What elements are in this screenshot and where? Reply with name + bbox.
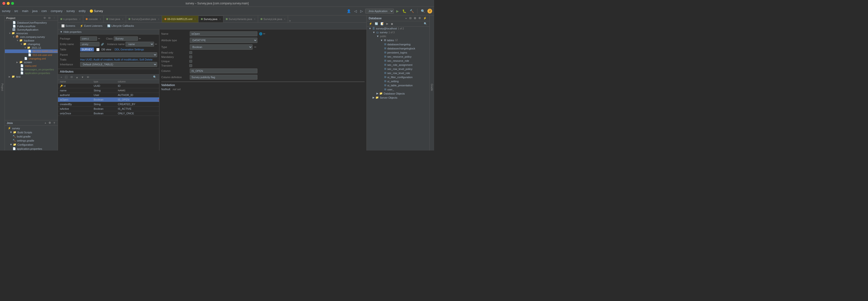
more-tabs-icon[interactable]: » [288,19,292,23]
tree-item-full-access[interactable]: 📄 FullAccessRole [5,24,58,28]
tab-close-icon[interactable]: × [194,18,196,21]
readonly-checkbox[interactable] [189,51,192,54]
tree-item-menu[interactable]: 📄 menu.xml [5,64,58,68]
sidebar-options-icon[interactable]: ⋮ [52,16,56,20]
hide-properties-btn[interactable]: ▼ Hide properties [58,29,159,34]
tree-item-screen[interactable]: ▶ 📁 screen [5,60,58,64]
db-table-ui-setting[interactable]: ⊞ ui_setting [367,79,429,83]
attr-row-onlyonce[interactable]: onlyOnce Boolean ONLY_ONCE [58,111,159,116]
tab-close-icon[interactable]: × [122,18,124,21]
db-table-sec-role-assignment[interactable]: ⊞ sec_role_assignment [367,63,429,67]
tree-item-com-company[interactable]: ▼ 📦 com.company.survey [5,35,58,39]
tab-survey-link[interactable]: SurveyLink.java × [258,16,288,23]
bc-com[interactable]: com [41,9,47,13]
tab-n-properties[interactable]: n.properties × [58,16,83,23]
tree-item-db-user-repo[interactable]: 📄 DatabaseUserRepository [5,21,58,24]
bc-survey[interactable]: survey [2,9,10,13]
tree-item-app-props[interactable]: 📄 application.properties [5,71,58,75]
db-format-icon[interactable]: ⊟ [408,16,412,20]
db-table-user[interactable]: ⊞ user_ [367,87,429,91]
db-table-ui-table-presentation[interactable]: ⊞ ui_table_presentation [367,83,429,87]
type-edit-icon[interactable]: ✏ [254,45,256,48]
move-down-btn[interactable]: ▼ [81,75,85,79]
db-search-icon[interactable]: 🔍 [423,22,428,26]
db-table-databasechangeloglock[interactable]: ⊞ databasechangeloglock [367,46,429,51]
db-connect-icon[interactable]: ⚡ [368,22,373,26]
db-add-icon[interactable]: + [405,16,408,20]
attr-row-createdby[interactable]: createdBy String CREATED_BY [58,102,159,107]
attr-row-id[interactable]: 🔑id UUID ID [58,84,159,88]
entity-name-input[interactable] [80,42,99,46]
tree-item-test[interactable]: ▶ 📁 test [5,75,58,78]
db-schema-survey[interactable]: ▼ 🗂 survey 1 of 3 [367,30,429,34]
db-table-persistent-logins[interactable]: ⊞ persistent_logins [367,51,429,55]
db-public[interactable]: ▼ public [367,34,429,38]
tab-survey-variants[interactable]: SurveyVariants.java × [223,16,258,23]
tree-item-messages[interactable]: 📄 messages_en.properties [5,68,58,71]
parent-combo[interactable] [80,52,157,57]
name-input[interactable] [190,31,257,36]
tree-item-changelog[interactable]: ▼ 📁 changelog [5,42,58,46]
transient-checkbox[interactable] [189,64,192,67]
copy-attr-btn[interactable]: ⿴ [64,75,68,79]
jmix-configuration[interactable]: ▼ 📁 Configuration [5,142,58,147]
tab-close-icon[interactable]: × [79,18,81,21]
view-btn[interactable]: 👁 [86,75,90,79]
instance-name-combo[interactable]: name [126,42,154,46]
db-connection[interactable]: ▼ 🗄 survey@localhost 1 of 2 [367,27,429,30]
class-edit-icon[interactable]: ✏ [139,37,141,40]
inheritance-combo[interactable]: Default (SINGLE_TABLE) [80,62,157,67]
db-collapse-icon[interactable]: ⊞ [413,16,417,20]
db-refresh-icon[interactable]: 🔄 [374,22,379,26]
run-config-combo[interactable]: Jmix Application [365,9,394,13]
jmix-settings-icon[interactable]: ⚙ [48,121,52,125]
column-input[interactable] [190,68,257,73]
instance-edit-icon[interactable]: ✏ [155,43,157,46]
attr-row-name[interactable]: name String NAME [58,88,159,93]
db-table-sec-row-level-role[interactable]: ⊞ sec_row_level_role [367,71,429,75]
traits-link[interactable]: Has UUID, Audit of creation, Audit of mo… [80,58,153,61]
profile-avatar[interactable]: J [427,9,432,13]
globe-icon[interactable]: 🌐 [259,32,262,35]
move-up-btn[interactable]: ▲ [75,75,79,79]
tab-close-icon[interactable]: × [100,18,101,21]
jmix-help-icon[interactable]: ? [53,121,56,125]
db-stop-icon[interactable]: ⏹ [390,22,394,26]
sidebar-collapse-icon[interactable]: ⊟ [48,16,51,20]
edit-icon[interactable]: ✏ [263,32,265,35]
col-def-input[interactable] [190,75,257,79]
unique-checkbox[interactable] [189,60,192,63]
gradle-side-label[interactable]: Gradle [429,15,434,150]
attr-row-authorid[interactable]: authorId User AUTHOR_ID [58,93,159,97]
jmix-add-icon[interactable]: + [44,121,47,125]
project-side-label[interactable]: Project [0,15,5,150]
jmix-build-scripts[interactable]: ▼ 📁 Build Scripts [5,130,58,134]
bc-survey2[interactable]: survey [66,9,75,13]
screens-button[interactable]: ⬜ Screens [60,24,76,28]
tab-close-icon[interactable]: × [158,18,159,21]
tab-survey-java[interactable]: Survey.java × [198,16,224,23]
db-settings-icon[interactable]: ⚙ [418,16,422,20]
tab-console[interactable]: console × [83,16,104,23]
tree-item-survey-app[interactable]: 🅰 SurveyApplication [5,28,58,31]
ddl-settings-link[interactable]: DDL Generation Settings [115,48,144,51]
db-table-sec-row-level-policy[interactable]: ⊞ sec_row_level_policy [367,67,429,71]
db-run-icon[interactable]: ▶ [385,22,389,26]
tree-item-changelog-xml[interactable]: 📄 changelog.xml [5,57,58,60]
db-view-checkbox[interactable] [96,48,99,51]
bc-main[interactable]: main [22,9,28,13]
tab-08-010[interactable]: 08-010-9d8f5125.xml × [162,16,198,23]
tree-item-resources[interactable]: ▼ 📁 resources [5,31,58,35]
package-edit-icon[interactable]: ✏ [98,37,100,40]
tab-user-java[interactable]: User.java × [104,16,126,23]
jmix-survey[interactable]: ⚡ survey [5,126,58,130]
class-input[interactable] [114,36,138,41]
db-server-objects[interactable]: ▶ 📁 Server Objects [367,96,429,100]
add-attr-btn[interactable]: + [60,75,63,79]
close-button[interactable] [2,2,5,5]
db-filter-icon[interactable]: ⚡ [423,16,427,20]
jmix-settings-gradle[interactable]: 🔨 settings.gradle [5,138,58,142]
bc-company[interactable]: company [51,9,63,13]
bc-entity[interactable]: entity [79,9,86,13]
attr-row-isactive[interactable]: isActive Boolean IS_ACTIVE [58,107,159,111]
